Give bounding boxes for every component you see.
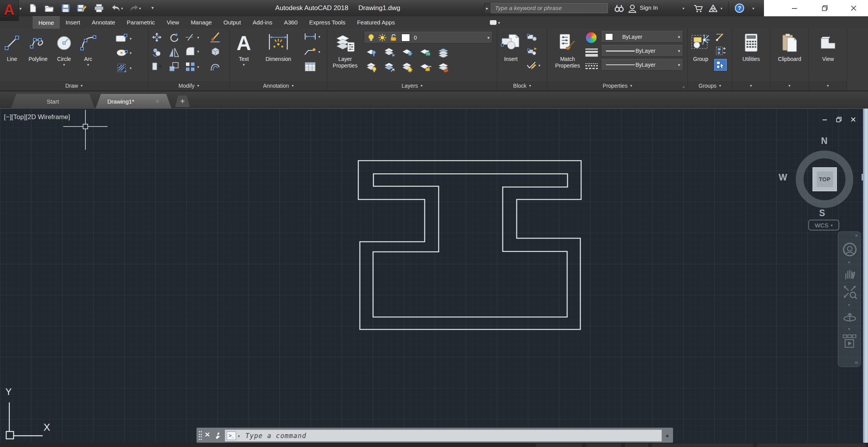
trim-dropdown[interactable]: ▾ [197, 35, 199, 40]
a360-dropdown[interactable]: ▾ [720, 6, 722, 10]
hatch-dropdown[interactable]: ▾ [130, 66, 132, 70]
insert-button[interactable]: Insert [499, 30, 523, 80]
lineweight-select[interactable]: ByLayer ▾ [601, 45, 683, 57]
ribbon-tab-annotate[interactable]: Annotate [86, 16, 121, 29]
layer-thaw-icon[interactable] [402, 62, 413, 73]
match-properties-button[interactable]: Match Properties [553, 30, 582, 80]
signin-dropdown[interactable]: ▾ [682, 6, 684, 10]
panel-strip-layers[interactable]: Layers▾ [327, 80, 497, 90]
search-expander-button[interactable]: ▸ [484, 3, 490, 13]
command-close-button[interactable]: ✕ [205, 431, 210, 439]
dimension-button[interactable]: Dimension [255, 30, 301, 80]
viewport-restore-icon[interactable] [836, 117, 842, 122]
window-close-button[interactable] [840, 0, 867, 16]
plot-button[interactable] [92, 3, 106, 14]
layer-select[interactable]: 0 ▾ [364, 32, 493, 43]
block-attributes-button[interactable]: ▾ [526, 61, 540, 70]
ribbon-tab-insert[interactable]: Insert [60, 16, 86, 29]
linear-dimension-dropdown[interactable]: ▾ [318, 35, 320, 39]
group-selection-toggle[interactable] [714, 59, 727, 71]
move-button[interactable] [151, 32, 162, 43]
undo-button[interactable] [109, 3, 123, 14]
vertical-scrollbar[interactable] [863, 109, 868, 443]
signin-avatar[interactable] [626, 3, 639, 14]
copy-button[interactable] [151, 47, 162, 57]
layer-match-icon[interactable] [437, 47, 449, 57]
ellipse-dropdown[interactable]: ▾ [130, 51, 132, 55]
a360-button[interactable] [707, 3, 720, 14]
linear-dimension-button[interactable]: ▾ [304, 33, 320, 40]
fillet-dropdown[interactable]: ▾ [197, 49, 199, 54]
redo-dropdown[interactable]: ▾ [139, 6, 141, 10]
color-wheel-icon[interactable] [585, 32, 597, 43]
viewport-controls-label[interactable]: [−][Top][2D Wireframe] [4, 113, 70, 121]
ribbon-tab-a360[interactable]: A360 [278, 16, 303, 29]
app-menu-chevron-icon[interactable]: ▾ [19, 6, 22, 11]
clipboard-button[interactable]: Clipboard [774, 30, 805, 80]
linetype-icon[interactable] [585, 62, 598, 71]
status-button[interactable] [652, 444, 753, 447]
block-create-button[interactable] [527, 47, 538, 56]
recent-commands-button[interactable]: ▲ [665, 433, 670, 438]
ribbon-tab-add-ins[interactable]: Add-ins [247, 16, 278, 29]
scale-button[interactable] [168, 61, 179, 72]
save-button[interactable] [59, 3, 72, 14]
arc-button[interactable]: Arc ▾ [77, 30, 99, 80]
ribbon-tab-view[interactable]: View [161, 16, 185, 29]
layer-properties-button[interactable]: Layer Properties [330, 30, 361, 80]
block-edit-button[interactable] [527, 33, 538, 42]
help-dropdown[interactable]: ▾ [752, 6, 754, 10]
panel-strip-groups[interactable]: Groups▾ [688, 80, 732, 90]
block-attributes-dropdown[interactable]: ▾ [538, 63, 540, 68]
object-color-dropdown[interactable]: ▾ [678, 35, 680, 40]
zoom-extents-icon[interactable] [842, 284, 857, 299]
navbar-close-icon[interactable]: ✕ [855, 233, 858, 238]
search-button[interactable] [613, 3, 626, 14]
array-button[interactable]: ▾ [185, 61, 199, 72]
table-button[interactable] [304, 61, 316, 72]
arc-dropdown[interactable]: ▾ [77, 62, 99, 67]
rectangle-button[interactable]: ▾ [115, 33, 132, 43]
ribbon-display-toggle[interactable]: ▾ [490, 19, 503, 26]
hatch-button[interactable]: ▾ [116, 62, 132, 74]
layer-isolate-icon[interactable] [366, 47, 378, 57]
ribbon-tab-output[interactable]: Output [218, 16, 247, 29]
layer-off-icon[interactable] [366, 62, 378, 73]
signin-button[interactable]: Sign In [640, 4, 658, 11]
layer-lock-small-icon[interactable] [420, 47, 431, 57]
search-input[interactable]: Type a keyword or phrase [491, 3, 608, 13]
status-button[interactable] [757, 444, 866, 447]
explode-button[interactable] [210, 46, 221, 57]
status-button[interactable] [625, 444, 648, 447]
panel-strip-draw[interactable]: Draw▾ [0, 80, 148, 90]
line-button[interactable]: Line [1, 30, 23, 80]
rotate-button[interactable] [168, 32, 179, 43]
ribbon-tab-featured-apps[interactable]: Featured Apps [351, 16, 401, 29]
navbar-customize-icon[interactable]: ⊖ [855, 360, 858, 365]
panel-strip-properties[interactable]: Properties▾ ⌟ [547, 80, 687, 90]
zoom-dropdown[interactable]: ▾ [848, 303, 850, 307]
stretch-button[interactable] [151, 61, 162, 71]
circle-dropdown[interactable]: ▾ [53, 62, 75, 67]
view-button[interactable]: View [816, 30, 840, 80]
redo-button[interactable] [127, 3, 141, 14]
ungroup-button[interactable] [715, 32, 726, 41]
lineweight-icon[interactable] [585, 47, 598, 58]
undo-dropdown[interactable]: ▾ [121, 6, 123, 10]
orbit-dropdown[interactable]: ▾ [848, 327, 850, 331]
properties-dialog-launcher[interactable]: ⌟ [682, 83, 684, 88]
command-prompt-dropdown[interactable]: ▾ [238, 434, 240, 438]
status-button[interactable] [586, 444, 621, 447]
rectangle-dropdown[interactable]: ▾ [130, 36, 132, 41]
utilities-button[interactable]: Utilities [740, 30, 763, 80]
panel-strip-block[interactable]: Block▾ [497, 80, 547, 90]
linetype-dropdown[interactable]: ▾ [678, 62, 680, 68]
ribbon-tab-parametric[interactable]: Parametric [121, 16, 161, 29]
viewcube-north[interactable]: N [821, 136, 828, 146]
trim-button[interactable]: ▾ [185, 33, 199, 42]
leader-button[interactable]: ▾ [304, 47, 320, 56]
viewcube-west[interactable]: W [779, 172, 787, 183]
text-dropdown[interactable]: ▾ [233, 62, 255, 67]
layer-delete-icon[interactable] [437, 62, 449, 73]
layer-unlock-icon[interactable] [420, 62, 431, 73]
